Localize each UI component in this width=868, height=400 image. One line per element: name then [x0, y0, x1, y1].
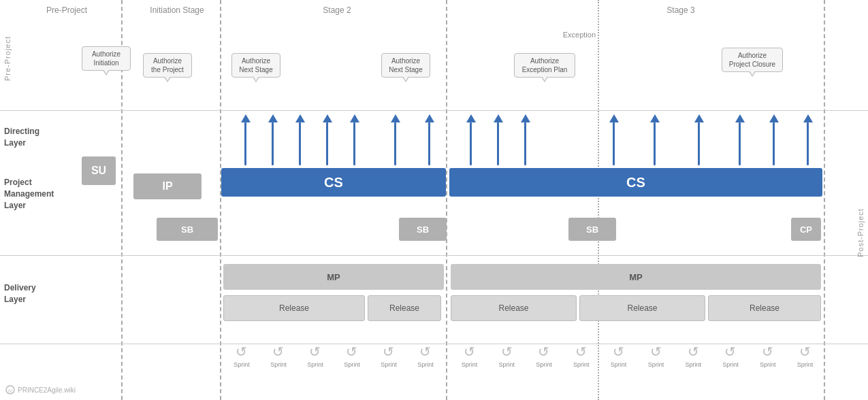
arrow-12 [650, 114, 660, 165]
exception-label: Exception [541, 31, 596, 39]
auth-project-box: Authorizethe Project [143, 53, 192, 78]
release-4: Release [579, 295, 705, 321]
divider-exception [598, 0, 599, 400]
arrow-11 [609, 114, 619, 165]
sprint-11: ↺ Sprint [611, 344, 627, 368]
cs1-box: CS [221, 168, 446, 197]
cs2-box: CS [449, 168, 822, 197]
sb2-box: SB [399, 218, 447, 241]
sprint-6: ↺ Sprint [417, 344, 434, 368]
divider-stage3-post [824, 0, 825, 400]
cp-box: CP [791, 218, 821, 241]
sprint-15: ↺ Sprint [760, 344, 776, 368]
auth-initiation-box: AuthorizeInitiation [82, 46, 131, 71]
hdivider-directing-mgmt [0, 110, 868, 111]
arrow-10 [521, 114, 530, 165]
sprint-14: ↺ Sprint [722, 344, 739, 368]
post-project-label: Post-Project [856, 5, 865, 257]
arrow-16 [803, 114, 813, 165]
arrow-7 [425, 114, 434, 165]
sprint-9: ↺ Sprint [536, 344, 552, 368]
arrow-14 [735, 114, 745, 165]
divider-initiation-stage2 [220, 0, 221, 400]
sprint-5: ↺ Sprint [381, 344, 397, 368]
sprint-7: ↺ Sprint [462, 344, 478, 368]
mp2-box: MP [451, 264, 821, 290]
sprint-16: ↺ Sprint [797, 344, 814, 368]
sprint-3: ↺ Sprint [307, 344, 323, 368]
stage-2: Stage 2 [231, 5, 443, 15]
auth-next-stage-1-box: AuthorizeNext Stage [231, 53, 280, 78]
arrow-2 [268, 114, 278, 165]
divider-stage2-end [446, 0, 447, 400]
hdivider-mgmt-delivery [0, 255, 868, 256]
release-5: Release [708, 295, 821, 321]
auth-closure-box: AuthorizeProject Closure [722, 48, 783, 72]
svg-text:cc: cc [8, 388, 14, 393]
arrow-1 [241, 114, 251, 165]
arrow-4 [323, 114, 332, 165]
arrow-3 [295, 114, 305, 165]
sprint-2: ↺ Sprint [270, 344, 287, 368]
sprint-cycles-stage2: ↺ Sprint ↺ Sprint ↺ Sprint ↺ Sprint ↺ Sp… [223, 344, 444, 368]
arrow-15 [769, 114, 779, 165]
sprint-1: ↺ Sprint [234, 344, 250, 368]
ip-box: IP [133, 173, 202, 199]
cc-icon: cc [5, 385, 15, 395]
stage-initiation: Initiation Stage [133, 5, 221, 15]
project-mgmt-layer-label: ProjectManagementLayer [4, 177, 59, 211]
delivery-layer-label: DeliveryLayer [4, 282, 59, 305]
directing-layer-label: DirectingLayer [4, 126, 59, 149]
arrow-13 [694, 114, 704, 165]
sprint-10: ↺ Sprint [573, 344, 590, 368]
stage-pre-project: Pre-Project [12, 5, 121, 15]
diagram: Pre-Project Initiation Stage Stage 2 Sta… [0, 0, 868, 400]
su-box: SU [82, 156, 116, 185]
sprint-12: ↺ Sprint [648, 344, 664, 368]
arrow-6 [391, 114, 400, 165]
sprint-8: ↺ Sprint [498, 344, 515, 368]
mp1-box: MP [223, 264, 444, 290]
auth-exception-box: AuthorizeException Plan [514, 53, 575, 78]
pre-project-label: Pre-Project [3, 5, 12, 111]
arrow-9 [494, 114, 503, 165]
arrow-8 [466, 114, 476, 165]
sprint-4: ↺ Sprint [344, 344, 360, 368]
sb3-box: SB [568, 218, 616, 241]
sb1-box: SB [157, 218, 218, 241]
release-2: Release [368, 295, 441, 321]
auth-next-stage-2-box: AuthorizeNext Stage [381, 53, 430, 78]
arrow-5 [350, 114, 359, 165]
release-3: Release [451, 295, 577, 321]
release-1: Release [223, 295, 365, 321]
stage-3: Stage 3 [558, 5, 803, 15]
watermark: cc PRINCE2Agile.wiki [5, 385, 76, 395]
sprint-cycles-stage3: ↺ Sprint ↺ Sprint ↺ Sprint ↺ Sprint ↺ Sp… [451, 344, 824, 368]
sprint-13: ↺ Sprint [685, 344, 701, 368]
